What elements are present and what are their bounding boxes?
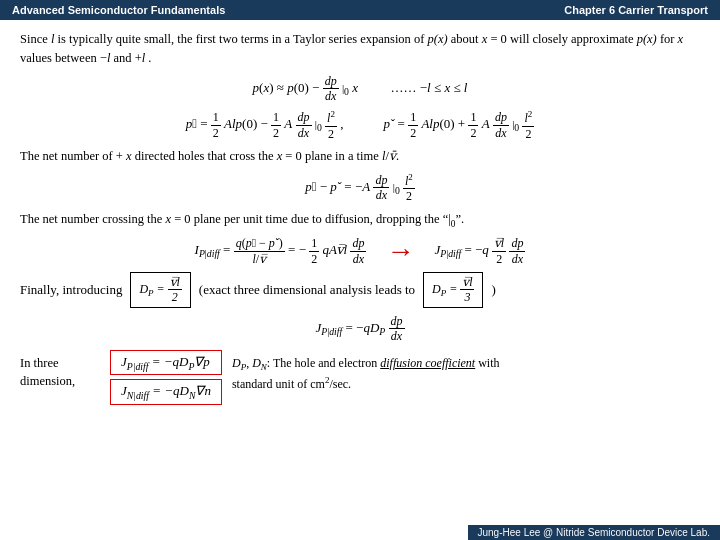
px-approx-equation: p(x) ≈ p(0) − dp dx |0 x …… −l ≤ x ≤ l (20, 74, 700, 104)
footer-label: Jung-Hee Lee @ Nitride Semiconductor Dev… (468, 525, 721, 540)
p-formulas: p⃗ = 1 2 Alp(0) − 1 2 A dp dx |0 l2 2 , (20, 109, 700, 141)
header-left: Advanced Semiconductor Fundamentals (12, 4, 225, 16)
three-dim-equations: JP|diff = −qDP∇p JN|diff = −qDN∇n (110, 350, 222, 405)
header-right: Chapter 6 Carrier Transport (564, 4, 708, 16)
net-holes-text: The net number of + x directed holes tha… (20, 147, 700, 166)
right-arrow: → (386, 237, 414, 265)
main-content: Since l is typically quite small, the fi… (0, 20, 720, 411)
finally-row: Finally, introducing DP = v̅l 2 (exact t… (20, 272, 700, 308)
finally-close-paren: ) (491, 282, 495, 298)
header-bar: Advanced Semiconductor Fundamentals Chap… (0, 0, 720, 20)
jp-3d-equation: JP|diff = −qDP∇p (110, 350, 222, 376)
jn-3d-equation: JN|diff = −qDN∇n (110, 379, 222, 405)
net-crossing-text: The net number crossing the x = 0 plane … (20, 210, 700, 231)
diffusion-eq-row: IP|diff = q(p⃗ − pˇ) l/v̅ = − 1 2 qAv̅l … (20, 236, 700, 266)
intro-paragraph: Since l is typically quite small, the fi… (20, 30, 700, 68)
finally-paren: (exact three dimensional analysis leads … (199, 282, 415, 298)
three-dim-label: In threedimension, (20, 350, 100, 392)
three-dim-row: In threedimension, JP|diff = −qDP∇p JN|d… (20, 350, 700, 405)
three-dim-description: DP, DN: The hole and electron diffusion … (232, 350, 512, 394)
p-diff-equation: p⃗ − pˇ = −A dp dx |0 l2 2 (20, 172, 700, 204)
finally-label: Finally, introducing (20, 282, 122, 298)
jp-diff-equation: JP|diff = −qDP dp dx (20, 314, 700, 344)
